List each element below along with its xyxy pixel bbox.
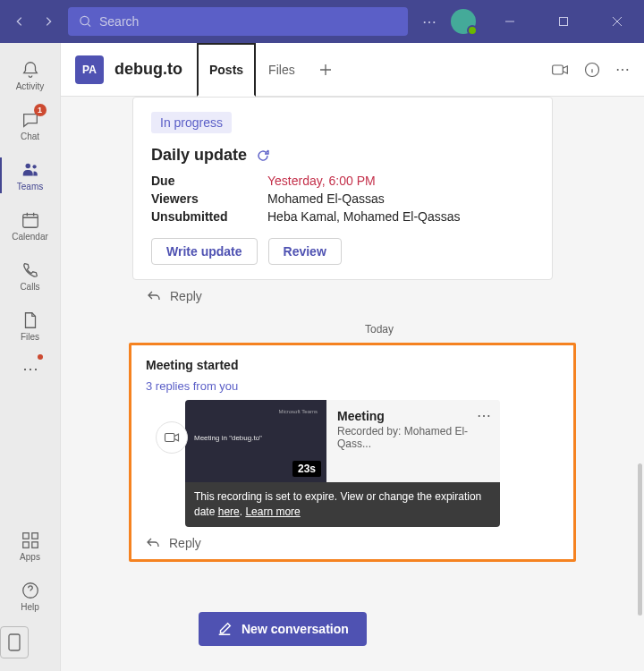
presence-available-icon — [467, 25, 478, 36]
channel-header: PA debug.to Posts Files ⋯ — [61, 43, 644, 97]
meet-button[interactable] — [551, 61, 569, 79]
badge: 1 — [34, 104, 47, 116]
status-badge: In progress — [151, 112, 232, 133]
apps-icon — [21, 531, 40, 550]
reply-button[interactable]: Reply — [132, 280, 553, 312]
calendar-icon — [21, 210, 40, 230]
titlebar: ⋯ — [0, 0, 644, 43]
bell-icon — [21, 60, 40, 80]
update-card: In progress Daily update DueYesterday, 6… — [132, 97, 553, 280]
sidebar-item-apps[interactable]: Apps — [0, 521, 61, 571]
sidebar-item-label: Help — [21, 602, 39, 612]
svg-rect-7 — [22, 541, 28, 547]
viewers-value: Mohamed El-Qassas — [267, 191, 385, 206]
video-icon — [164, 429, 180, 446]
svg-rect-5 — [22, 532, 28, 538]
add-tab-button[interactable] — [311, 43, 340, 96]
team-avatar[interactable]: PA — [75, 55, 104, 84]
more-icon: ⋯ — [22, 359, 38, 378]
page-title: debug.to — [114, 60, 182, 79]
due-value: Yesterday, 6:00 PM — [267, 174, 376, 188]
sidebar-item-label: Teams — [17, 182, 43, 191]
sidebar-item-calls[interactable]: Calls — [0, 251, 61, 301]
recording-thumbnail: Microsoft Teams Meeting in "debug.to" 23… — [185, 400, 326, 482]
sidebar-item-help[interactable]: Help — [0, 571, 61, 621]
close-button[interactable] — [597, 2, 637, 41]
sidebar-item-files[interactable]: Files — [0, 301, 61, 351]
tab-posts[interactable]: Posts — [197, 43, 256, 97]
phone-device-icon — [8, 633, 21, 651]
phone-icon — [21, 260, 40, 280]
recording-author: Recorded by: Mohamed El-Qass... — [337, 425, 489, 450]
date-divider: Today — [132, 323, 626, 336]
card-title: Daily update — [151, 146, 534, 165]
expiration-notice: This recording is set to expire. View or… — [185, 482, 500, 527]
svg-rect-13 — [165, 434, 175, 442]
duration-badge: 23s — [292, 461, 321, 477]
sidebar-item-label: Calendar — [12, 232, 48, 242]
sidebar-item-chat[interactable]: 1 Chat — [0, 100, 61, 150]
info-button[interactable] — [583, 61, 601, 79]
reply-icon — [146, 536, 160, 550]
due-label: Due — [151, 174, 267, 188]
dot-badge — [38, 354, 43, 360]
svg-rect-8 — [31, 541, 37, 547]
svg-rect-11 — [553, 65, 564, 74]
teams-icon — [21, 160, 40, 180]
video-icon — [551, 61, 569, 79]
sidebar: Activity 1 Chat Teams Calendar Calls Fil… — [0, 43, 61, 671]
search-icon — [79, 14, 92, 29]
more-icon[interactable]: ⋯ — [422, 13, 436, 30]
new-conversation-button[interactable]: New conversation — [199, 612, 367, 646]
recording-title: Meeting — [337, 409, 489, 423]
main-content: PA debug.to Posts Files ⋯ In progress Da… — [61, 43, 644, 671]
sidebar-device-button[interactable] — [0, 626, 29, 658]
recording-card[interactable]: Microsoft Teams Meeting in "debug.to" 23… — [185, 400, 500, 527]
meeting-indicator[interactable] — [156, 421, 188, 454]
meeting-post: Meeting started 3 replies from you Micro… — [129, 343, 576, 562]
maximize-button[interactable] — [544, 2, 583, 41]
svg-rect-10 — [9, 634, 20, 650]
compose-icon — [216, 621, 233, 637]
sidebar-item-label: Calls — [20, 282, 39, 292]
more-button[interactable]: ⋯ — [615, 61, 630, 79]
refresh-icon[interactable] — [256, 149, 270, 163]
recording-more-button[interactable]: ⋯ — [477, 407, 491, 424]
sidebar-item-label: Files — [21, 332, 39, 342]
sidebar-item-label: Chat — [21, 132, 39, 141]
tab-files[interactable]: Files — [256, 43, 308, 96]
sidebar-item-activity[interactable]: Activity — [0, 50, 61, 100]
svg-rect-1 — [560, 18, 568, 26]
sidebar-item-label: Activity — [16, 81, 45, 91]
scrollbar[interactable] — [638, 463, 642, 616]
search-input[interactable] — [99, 14, 397, 29]
meeting-title: Meeting started — [131, 345, 573, 379]
unsubmitted-value: Heba Kamal, Mohamed El-Qassas — [267, 209, 461, 224]
forward-button[interactable] — [36, 9, 61, 34]
here-link[interactable]: here — [218, 505, 240, 518]
search-box[interactable] — [68, 7, 408, 36]
minimize-button[interactable] — [490, 2, 530, 41]
reply-button[interactable]: Reply — [131, 527, 573, 559]
sidebar-item-label: Apps — [20, 552, 40, 562]
svg-point-2 — [25, 163, 30, 168]
unsubmitted-label: Unsubmitted — [151, 209, 267, 224]
back-button[interactable] — [7, 9, 32, 34]
write-update-button[interactable]: Write update — [151, 238, 258, 265]
reply-icon — [147, 289, 161, 303]
svg-point-0 — [80, 16, 89, 24]
help-icon — [21, 581, 40, 600]
sidebar-item-calendar[interactable]: Calendar — [0, 200, 61, 251]
svg-rect-4 — [22, 214, 38, 227]
learn-more-link[interactable]: Learn more — [245, 505, 300, 518]
sidebar-item-teams[interactable]: Teams — [0, 150, 61, 200]
svg-rect-6 — [31, 532, 37, 538]
viewers-label: Viewers — [151, 191, 267, 206]
info-icon — [583, 61, 601, 79]
review-button[interactable]: Review — [268, 238, 342, 265]
replies-link[interactable]: 3 replies from you — [131, 379, 573, 400]
file-icon — [21, 310, 40, 330]
svg-point-3 — [32, 165, 36, 168]
sidebar-item-more[interactable]: ⋯ — [0, 351, 61, 386]
avatar[interactable] — [451, 9, 476, 34]
